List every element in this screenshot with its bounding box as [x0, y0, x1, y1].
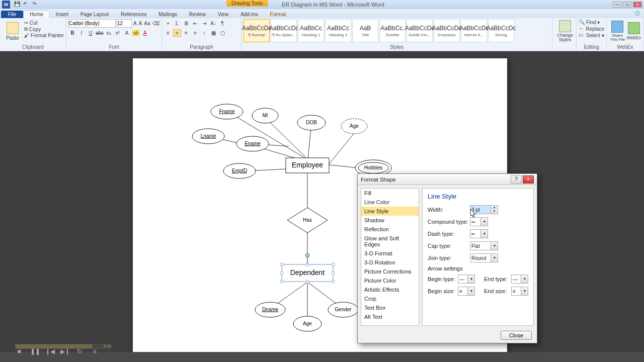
join-dropdown[interactable]: Round▾	[470, 253, 498, 262]
multilevel-icon[interactable]: ≣	[182, 20, 190, 27]
superscript-icon[interactable]: x²	[114, 29, 122, 37]
highlight-icon[interactable]: ab	[132, 29, 140, 37]
dialog-category[interactable]: Text Box	[361, 303, 419, 312]
stop-icon[interactable]: ■	[15, 348, 23, 356]
prev-icon[interactable]: ❙◀	[45, 348, 53, 356]
dialog-category[interactable]: Reflection	[361, 225, 419, 234]
style-item[interactable]: AaBTitle	[352, 19, 378, 42]
begin-size-dropdown[interactable]: ≡▾	[458, 287, 475, 296]
cap-dropdown[interactable]: Flat▾	[470, 241, 498, 250]
dash-dropdown[interactable]: ━▾	[470, 229, 488, 238]
restore-button[interactable]: ▭	[623, 2, 632, 8]
dialog-category[interactable]: Line Style	[361, 207, 419, 216]
format-shape-dialog[interactable]: Format Shape ? × FillLine ColorLine Styl…	[357, 173, 537, 343]
find-button[interactable]: Find ▾	[579, 19, 604, 25]
style-item[interactable]: AaBbCcHeading 1	[298, 19, 324, 42]
minimize-button[interactable]: —	[613, 2, 622, 8]
dialog-category[interactable]: Artistic Effects	[361, 285, 419, 294]
paste-button[interactable]: Paste	[2, 19, 23, 43]
underline-icon[interactable]: U	[87, 29, 95, 37]
style-item[interactable]: AaBbCcDcEmphasis	[434, 19, 460, 42]
style-item[interactable]: AaBbCcDc¶ No Spaci...	[271, 19, 297, 42]
file-tab[interactable]: File	[1, 11, 23, 18]
subscript-icon[interactable]: x₂	[105, 29, 113, 37]
shading-icon[interactable]: ▦	[209, 29, 217, 37]
show-marks-icon[interactable]: ¶	[218, 20, 226, 27]
redo-icon[interactable]: ↷	[32, 1, 39, 8]
end-size-dropdown[interactable]: ≡▾	[511, 287, 528, 296]
dialog-category[interactable]: 3-D Format	[361, 249, 419, 258]
tab-mailings[interactable]: Mailings	[152, 11, 183, 18]
justify-icon[interactable]: ≡	[191, 29, 199, 37]
dialog-category[interactable]: Line Color	[361, 198, 419, 207]
style-item[interactable]: AaBbCcDcStrong	[488, 19, 514, 42]
align-center-icon[interactable]: ≡	[173, 29, 181, 37]
dialog-category[interactable]: Glow and Soft Edges	[361, 234, 419, 249]
cut-button[interactable]: ✂ Cut	[24, 20, 64, 26]
bullets-icon[interactable]: •	[164, 20, 172, 27]
tab-references[interactable]: References	[115, 11, 152, 18]
dialog-help-button[interactable]: ?	[511, 175, 522, 184]
style-item[interactable]: AaBbCcHeading 2	[325, 19, 351, 42]
shuffle-icon[interactable]: ⤨	[91, 348, 99, 356]
text-effects-icon[interactable]: A	[123, 29, 131, 37]
clear-format-icon[interactable]: ⌫	[152, 20, 160, 27]
style-item[interactable]: AaBbCc.Subtitle	[379, 19, 406, 42]
styles-gallery[interactable]: AaBbCcDc¶ NormalAaBbCcDc¶ No Spaci...AaB…	[244, 19, 550, 42]
style-item[interactable]: AaBbCcDcSubtle Em...	[407, 19, 433, 42]
dialog-category[interactable]: Picture Color	[361, 276, 419, 285]
numbering-icon[interactable]: 1.	[173, 20, 181, 27]
strike-icon[interactable]: abc	[96, 29, 104, 37]
italic-icon[interactable]: I	[77, 29, 86, 37]
copy-button[interactable]: ⧉ Copy	[24, 26, 64, 32]
grow-font-icon[interactable]: A	[133, 20, 137, 27]
change-styles-button[interactable]: Change Styles	[554, 19, 576, 43]
shrink-font-icon[interactable]: A	[138, 20, 143, 27]
undo-icon[interactable]: ↶	[23, 1, 30, 8]
decrease-indent-icon[interactable]: ⇤	[191, 20, 199, 27]
font-family-combo[interactable]	[68, 19, 116, 28]
format-painter-button[interactable]: 🖌 Format Painter	[24, 33, 64, 38]
select-button[interactable]: Select ▾	[579, 32, 604, 38]
font-size-combo[interactable]	[117, 19, 132, 28]
tab-insert[interactable]: Insert	[50, 11, 74, 18]
end-type-dropdown[interactable]: —▾	[511, 275, 528, 284]
save-icon[interactable]: 💾	[14, 1, 21, 8]
compound-dropdown[interactable]: ═▾	[470, 217, 488, 226]
font-color-icon[interactable]: A	[141, 29, 149, 37]
sort-icon[interactable]: A↓	[209, 20, 217, 27]
loop-icon[interactable]: ↻	[75, 348, 84, 356]
borders-icon[interactable]: ▢	[218, 29, 226, 37]
begin-type-dropdown[interactable]: —▾	[458, 275, 475, 284]
change-case-icon[interactable]: Aa	[143, 20, 150, 27]
increase-indent-icon[interactable]: ⇥	[200, 20, 208, 27]
dialog-category[interactable]: Fill	[361, 189, 419, 198]
rotate-handle[interactable]	[305, 253, 309, 257]
dialog-category[interactable]: Alt Text	[361, 312, 419, 321]
webex-button[interactable]: WebEx	[626, 19, 641, 43]
next-icon[interactable]: ▶❙	[60, 348, 68, 356]
pause-icon[interactable]: ❚❚	[30, 348, 38, 356]
tab-addins[interactable]: Add-Ins	[234, 11, 264, 18]
document-workspace[interactable]: Employee Ename Fname MI Lname DOB Age Em…	[0, 51, 644, 352]
tab-view[interactable]: View	[212, 11, 235, 18]
dialog-close-button[interactable]: ×	[523, 175, 534, 184]
line-spacing-icon[interactable]: ↕	[200, 29, 208, 37]
align-left-icon[interactable]: ≡	[164, 29, 172, 37]
tab-format[interactable]: Format	[264, 11, 292, 18]
width-input[interactable]: 3 pt	[470, 205, 491, 214]
share-file-button[interactable]: Share This File	[609, 19, 626, 43]
style-item[interactable]: AaBbCcDc¶ Normal	[244, 19, 270, 42]
bold-icon[interactable]: B	[68, 29, 76, 37]
tab-home[interactable]: Home	[23, 10, 50, 18]
tab-page-layout[interactable]: Page Layout	[74, 11, 115, 18]
tab-review[interactable]: Review	[183, 11, 212, 18]
dialog-category[interactable]: Shadow	[361, 216, 419, 225]
dialog-category[interactable]: Crop	[361, 294, 419, 303]
width-spinner[interactable]: ▲▼	[491, 205, 498, 214]
close-button[interactable]: ×	[633, 2, 642, 8]
help-icon[interactable]: ⓘ	[631, 9, 644, 18]
align-right-icon[interactable]: ≡	[182, 29, 190, 37]
dialog-category-list[interactable]: FillLine ColorLine StyleShadowReflection…	[361, 188, 419, 326]
dialog-close-footer-button[interactable]: Close	[501, 331, 532, 340]
